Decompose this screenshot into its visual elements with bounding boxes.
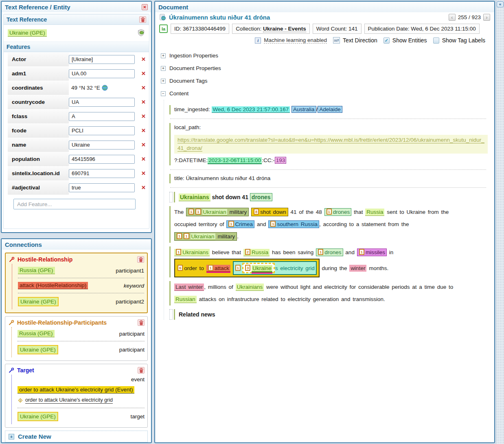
feature-row: fcode ✕ bbox=[4, 123, 149, 138]
close-icon[interactable]: ✕ bbox=[142, 4, 148, 10]
entity-missiles[interactable]: 1missiles bbox=[357, 248, 387, 256]
trash-icon[interactable] bbox=[138, 367, 145, 374]
delete-feature-button[interactable]: ✕ bbox=[141, 113, 146, 119]
entity-electricity-grid[interactable]: 13Ukraines electricity grid bbox=[233, 261, 317, 275]
connection-title[interactable]: Hostile-Relationship-Participants bbox=[17, 319, 107, 326]
entity-ukrainian[interactable]: Ukrainian bbox=[202, 209, 227, 215]
entity-last-winter[interactable]: Last winter bbox=[174, 284, 204, 291]
entity-ukrainians[interactable]: Ukrainians bbox=[236, 284, 264, 291]
show-tag-labels-checkbox[interactable] bbox=[433, 37, 439, 44]
feature-label: sintelix.location.id bbox=[8, 167, 69, 180]
connection-chip[interactable]: Russia (GPE) bbox=[18, 330, 55, 337]
collapse-panel-button[interactable]: « bbox=[497, 1, 504, 7]
create-new-button[interactable]: + Create New bbox=[5, 431, 148, 442]
trash-icon[interactable] bbox=[138, 319, 145, 326]
connection-chip[interactable]: attack (HostileRelationship) bbox=[18, 282, 88, 289]
feature-value-input[interactable] bbox=[69, 55, 135, 64]
entity-chip-ukraine[interactable]: Ukraine (GPE) bbox=[8, 29, 47, 37]
expand-icon[interactable]: + bbox=[161, 66, 166, 71]
delete-feature-button[interactable]: ✕ bbox=[141, 85, 146, 91]
trash-icon[interactable] bbox=[139, 16, 146, 23]
entity-winter[interactable]: winter bbox=[349, 265, 366, 272]
entity-ukrainian-military[interactable]: 11Ukrainian military bbox=[174, 232, 237, 241]
entity-ukrainian[interactable]: Ukrainian bbox=[191, 233, 215, 240]
connection-chip[interactable]: Ukraine (GPE) bbox=[18, 345, 58, 354]
entity-russia[interactable]: Russia bbox=[365, 209, 384, 216]
delete-feature-button[interactable]: ✕ bbox=[141, 56, 146, 62]
timezone-chip-adelaide[interactable]: Adelaide bbox=[318, 106, 342, 113]
delete-feature-button[interactable]: ✕ bbox=[141, 142, 146, 148]
entity-southern-russia[interactable]: 1southern Russia bbox=[268, 220, 319, 228]
text-direction-icon[interactable]: a⇄ bbox=[333, 37, 340, 44]
connection-chip[interactable]: Russia (GPE) bbox=[18, 267, 55, 274]
event-sub-label[interactable]: order to attack Ukraine's electricity gr… bbox=[25, 397, 113, 404]
entity-shot-down[interactable]: 8shot down bbox=[251, 208, 288, 216]
entity-ukrainian-military[interactable]: 11Ukrainian military bbox=[186, 208, 249, 216]
entity-ukrainians[interactable]: 1Ukrainians bbox=[174, 249, 210, 256]
prev-doc-button[interactable]: ‹ bbox=[449, 14, 456, 21]
entity-crimea[interactable]: 1Crimea bbox=[226, 220, 254, 228]
show-entities-label[interactable]: Show Entities bbox=[392, 37, 427, 44]
local-path-url[interactable]: https://translate.google.com/translate?s… bbox=[177, 137, 484, 152]
tree-node-ingestion-properties[interactable]: + Ingestion Properties bbox=[161, 49, 489, 62]
tree-node-document-properties[interactable]: + Document Properties bbox=[161, 62, 489, 75]
feature-value-input[interactable] bbox=[69, 183, 135, 192]
tree-node-document-tags[interactable]: + Document Tags bbox=[161, 75, 489, 87]
entity-russia[interactable]: 2Russia bbox=[243, 249, 270, 256]
feature-value-input[interactable] bbox=[69, 169, 135, 178]
time-ingested-value[interactable]: Wed, 6 Dec 2023 21:57:00.167 bbox=[212, 106, 290, 113]
feature-value-input[interactable] bbox=[69, 155, 135, 164]
feature-label: name bbox=[8, 138, 69, 152]
delete-feature-button[interactable]: ✕ bbox=[141, 99, 146, 105]
feature-label: Actor bbox=[8, 53, 69, 66]
connection-card[interactable]: Hostile-Relationship-ParticipantsRussia … bbox=[5, 316, 148, 361]
machine-learning-label[interactable]: Machine learning enabled bbox=[264, 37, 327, 44]
connection-title[interactable]: Hostile-Relationship bbox=[18, 256, 72, 263]
splitter-bar[interactable]: « bbox=[496, 0, 504, 444]
entity-panel-header: Text Reference / Entity ✕ bbox=[2, 2, 151, 12]
delete-feature-button[interactable]: ✕ bbox=[141, 70, 146, 77]
datetime-entity[interactable]: 2023-12-06T11:15:00 bbox=[208, 157, 262, 164]
connection-card-header: Hostile-Relationship-Participants bbox=[8, 319, 145, 327]
cc-entity[interactable]: 193 bbox=[275, 157, 287, 164]
delete-feature-button[interactable]: ✕ bbox=[141, 185, 146, 191]
show-tag-labels-label[interactable]: Show Tag Labels bbox=[442, 37, 485, 44]
connection-card[interactable]: Targeteventorder to attack Ukraine's ele… bbox=[5, 364, 148, 428]
add-feature-input[interactable] bbox=[13, 199, 136, 209]
expand-icon[interactable]: + bbox=[161, 53, 166, 58]
tree-node-content[interactable]: − Content bbox=[161, 87, 489, 100]
connection-card[interactable]: Hostile-RelationshipRussia (GPE)particip… bbox=[5, 253, 148, 313]
delete-feature-button[interactable]: ✕ bbox=[141, 127, 146, 134]
connection-chip[interactable]: Ukraine (GPE) bbox=[18, 297, 59, 306]
document-panel: Document Úkraínumenn skutu niður 41 drón… bbox=[154, 1, 495, 443]
entity-drones[interactable]: drones bbox=[250, 193, 272, 201]
collection-name[interactable]: Ukraine - Events bbox=[263, 26, 306, 32]
feature-value-input[interactable] bbox=[69, 98, 135, 107]
entity-drones[interactable]: 1drones bbox=[324, 208, 352, 216]
collapse-icon[interactable]: − bbox=[161, 91, 166, 96]
entity-shield-icon[interactable] bbox=[137, 29, 145, 37]
local-path-url-box[interactable]: https://translate.google.com/translate?s… bbox=[174, 135, 488, 154]
delete-feature-button[interactable]: ✕ bbox=[141, 156, 146, 162]
feature-value-input[interactable] bbox=[69, 126, 135, 135]
next-doc-button[interactable]: › bbox=[483, 14, 490, 21]
connection-chip[interactable]: order to attack Ukraine's electricity gr… bbox=[18, 386, 134, 393]
feature-value-input[interactable] bbox=[69, 69, 135, 78]
show-entities-checkbox[interactable]: ✓ bbox=[383, 37, 390, 44]
feature-value-input[interactable] bbox=[69, 112, 135, 121]
trash-icon[interactable] bbox=[137, 256, 144, 263]
selected-entity-ukraine[interactable]: 3Ukraine bbox=[242, 263, 275, 273]
text-direction-label[interactable]: Text Direction bbox=[343, 37, 377, 44]
expand-icon[interactable]: + bbox=[161, 79, 166, 84]
delete-feature-button[interactable]: ✕ bbox=[141, 170, 146, 176]
entity-russian[interactable]: Russian bbox=[174, 296, 197, 303]
entity-drones[interactable]: 1drones bbox=[316, 248, 343, 256]
feature-value-input[interactable] bbox=[69, 141, 135, 149]
entity-ukraine[interactable]: Ukraine bbox=[252, 265, 272, 273]
connection-title[interactable]: Target bbox=[17, 367, 34, 374]
entity-attack[interactable]: 1attack bbox=[206, 265, 230, 272]
entity-order-to-attack-event[interactable]: 6order to 1attack 13Ukraines electricity… bbox=[174, 259, 320, 277]
timezone-chip-australia[interactable]: Australia bbox=[291, 106, 316, 113]
connection-chip[interactable]: Ukraine (GPE) bbox=[18, 412, 58, 421]
entity-ukrainians[interactable]: Ukrainians bbox=[179, 193, 210, 201]
